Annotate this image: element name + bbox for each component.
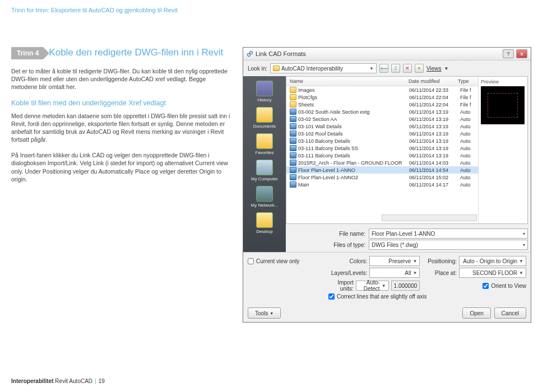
link-cad-dialog: Link CAD Formats ? x Look in: AutoCAD In… [243,47,531,323]
dwg-icon [290,145,296,151]
place-documents[interactable]: Documents [243,105,286,130]
orient-to-view-checkbox[interactable]: Orient to View [428,283,526,289]
file-date: 06/11/2014 14:54 [409,167,458,173]
colors-combo[interactable]: Preserve▼ [369,256,420,266]
file-name: Images [298,87,407,93]
col-date[interactable]: Date modified [409,78,458,84]
cancel-button[interactable]: Cancel [494,307,526,319]
place-mycomputer-label: My Computer [243,176,286,181]
file-row[interactable]: Images06/11/2014 22:33File f [286,86,478,94]
folder-icon [290,94,296,100]
colors-label: Colors: [350,258,368,264]
layers-combo[interactable]: All▼ [369,268,420,278]
units-value: Auto-Detect [359,279,380,292]
file-row[interactable]: 03-110 Balcony Details06/11/2014 13:19Au… [286,137,478,144]
file-type: Auto [460,116,475,122]
chevron-down-icon: ▼ [369,66,374,71]
step-title: Koble den redigerte DWG-filen inn i Revi… [49,47,223,58]
col-name[interactable]: Name [290,78,409,84]
file-name: 2015R2_Arch - Floor Plan - GROUND FLOOR [298,160,407,166]
file-type: Auto [460,153,475,158]
back-icon[interactable]: ⟵ [379,64,388,73]
place-desktop[interactable]: Desktop [243,211,286,236]
correct-lines-label: Correct lines that are slightly off axis [337,293,426,300]
current-view-checkbox[interactable]: Current view only [248,258,321,264]
svg-point-0 [248,54,251,57]
delete-icon[interactable]: ✕ [403,64,412,73]
file-list-pane: Name Date modified Type Images06/11/2014… [286,76,528,224]
col-type[interactable]: Type [458,78,475,84]
horizontal-scrollbar[interactable] [382,214,477,221]
filename-value: Floor Plan-Level 1-ANNO [372,231,435,237]
file-type: File f [460,87,475,93]
file-name: Floor Plan-Level 1-ANNO [298,167,407,173]
file-row[interactable]: 03-002 South Aisle Section extg06/11/201… [286,108,478,115]
file-name: 03-110 Balcony Details [298,138,407,144]
file-row[interactable]: 03-111 Balcony Details06/11/2014 13:19Au… [286,152,478,159]
dwg-icon [290,138,296,144]
place-favorites[interactable]: Favorites [243,132,286,157]
file-row[interactable]: 03-111 Balcony Details SS06/11/2014 13:1… [286,144,478,152]
up-icon[interactable]: ⤴ [391,64,400,73]
views-label[interactable]: Views [426,66,442,72]
file-date: 06/11/2014 13:19 [409,124,458,129]
current-view-label: Current view only [256,258,299,264]
file-row[interactable]: Sheets06/11/2014 22:04File f [286,101,478,108]
preview-pane: Preview [478,77,527,223]
layers-label: Layers/Levels: [331,270,367,276]
file-type: Auto [460,175,475,180]
folder-icon [290,101,296,108]
file-name: Sheets [298,102,407,108]
file-row[interactable]: Main06/11/2014 14:17Auto [286,181,478,188]
file-name: Floor Plan-Level 1-ANNO2 [298,175,407,180]
place-mynetwork[interactable]: My Network... [243,184,286,209]
file-row[interactable]: 2015R2_Arch - Floor Plan - GROUND FLOOR0… [286,159,478,166]
dialog-title: Link CAD Formats [256,50,500,57]
file-row[interactable]: Floor Plan-Level 1-ANNO06/11/2014 14:54A… [286,166,478,174]
help-button[interactable]: ? [503,49,514,58]
file-type: Auto [460,109,475,115]
file-row[interactable]: 03-102 Roof Details06/11/2014 13:19Auto [286,130,478,137]
place-mynetwork-label: My Network... [243,203,286,208]
file-list-header[interactable]: Name Date modified Type [286,77,478,86]
step-badge: Trinn 4 [11,47,43,59]
file-date: 06/11/2014 22:04 [409,102,458,108]
file-date: 06/11/2014 14:03 [409,160,458,166]
units-combo[interactable]: Auto-Detect▼ [356,281,389,291]
file-row[interactable]: 03-02 Section AA06/11/2014 13:19Auto [286,115,478,123]
place-history[interactable]: History [243,79,286,104]
dwg-icon [290,152,296,158]
file-date: 06/11/2014 13:19 [409,138,458,144]
folder-icon [290,87,296,93]
paragraph-2: Med denne metoden kan dataene som ble op… [11,112,233,144]
file-type: Auto [460,138,475,144]
positioning-label: Positioning: [428,258,457,264]
file-type: Auto [460,160,475,166]
file-row[interactable]: PlotCfgs06/11/2014 22:04File f [286,94,478,101]
tools-button[interactable]: Tools▼ [248,307,281,319]
placeat-combo[interactable]: SECOND FLOOR▼ [459,268,526,278]
file-row[interactable]: 03-101 Wall Details06/11/2014 13:19Auto [286,123,478,130]
file-date: 06/11/2014 15:02 [409,175,458,180]
place-mycomputer[interactable]: My Computer [243,158,286,183]
filename-label: File name: [331,231,365,237]
positioning-combo[interactable]: Auto - Origin to Origin▼ [459,256,526,266]
paragraph-1: Det er to måter å koble til redigerte DW… [11,67,233,91]
units-label: Import units: [328,279,354,292]
file-row[interactable]: Floor Plan-Level 1-ANNO206/11/2014 15:02… [286,174,478,181]
preview-image [481,86,525,124]
lookin-combo[interactable]: AutoCAD Interoperability ▼ [270,63,377,73]
close-button[interactable]: x [516,49,527,58]
open-button[interactable]: Open [462,307,490,319]
file-rows[interactable]: Images06/11/2014 22:33File fPlotCfgs06/1… [286,86,478,223]
filename-input[interactable]: Floor Plan-Level 1-ANNO▾ [369,228,528,239]
instruction-column: Trinn 4 Koble den redigerte DWG-filen in… [11,47,233,323]
file-type: File f [460,102,475,108]
place-documents-label: Documents [243,124,286,129]
file-name: 03-111 Balcony Details SS [298,146,407,151]
file-name: 03-101 Wall Details [298,124,407,129]
file-type: Auto [460,131,475,137]
correct-lines-checkbox[interactable]: Correct lines that are slightly off axis [328,293,526,300]
filetype-combo[interactable]: DWG Files (*.dwg)▾ [369,240,528,250]
newfolder-icon[interactable]: ✦ [415,64,424,73]
